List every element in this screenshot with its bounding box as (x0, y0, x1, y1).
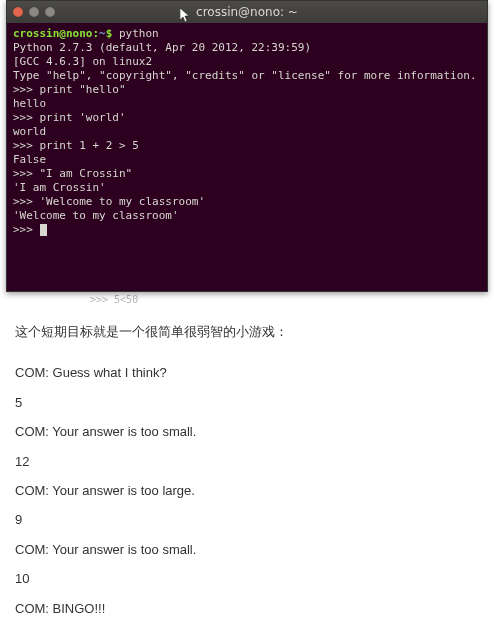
article-body: 这个短期目标就是一个很简单很弱智的小游戏： COM: Guess what I … (0, 305, 500, 623)
game-line: COM: Your answer is too large. (15, 479, 485, 502)
shell-prompt-line: crossin@nono:~$ python (13, 27, 481, 41)
repl-out: hello (13, 97, 481, 111)
repl-out: world (13, 125, 481, 139)
terminal-window: crossin@nono: ~ crossin@nono:~$ python P… (6, 0, 488, 292)
repl-line: >>> print 'world' (13, 111, 481, 125)
game-line: COM: Your answer is too small. (15, 538, 485, 561)
repl-out: 'I am Crossin' (13, 181, 481, 195)
repl-line: >>> print "hello" (13, 83, 481, 97)
cursor-icon (40, 224, 47, 236)
prompt-path: ~ (99, 27, 106, 40)
repl-out: False (13, 153, 481, 167)
shell-command: python (119, 27, 159, 40)
game-guess: 9 (15, 508, 485, 531)
terminal-body[interactable]: crossin@nono:~$ python Python 2.7.3 (def… (7, 23, 487, 291)
game-guess: 10 (15, 567, 485, 590)
game-line: COM: Your answer is too small. (15, 420, 485, 443)
repl-prompt: >>> (13, 223, 481, 237)
prompt-user: crossin@nono (13, 27, 92, 40)
repl-line: >>> print 1 + 2 > 5 (13, 139, 481, 153)
faded-text: >>> 5<50 (90, 294, 500, 305)
python-header-1: Python 2.7.3 (default, Apr 20 2012, 22:3… (13, 41, 481, 55)
game-line: COM: BINGO!!! (15, 597, 485, 620)
intro-text: 这个短期目标就是一个很简单很弱智的小游戏： (15, 320, 485, 343)
window-title-bar[interactable]: crossin@nono: ~ (7, 1, 487, 23)
game-line: COM: Guess what I think? (15, 361, 485, 384)
game-dialogue: COM: Guess what I think? 5 COM: Your ans… (15, 361, 485, 620)
game-guess: 5 (15, 391, 485, 414)
window-title: crossin@nono: ~ (7, 5, 487, 19)
game-guess: 12 (15, 450, 485, 473)
repl-line: >>> "I am Crossin" (13, 167, 481, 181)
python-header-3: Type "help", "copyright", "credits" or "… (13, 69, 481, 83)
repl-line: >>> 'Welcome to my classroom' (13, 195, 481, 209)
python-header-2: [GCC 4.6.3] on linux2 (13, 55, 481, 69)
repl-out: 'Welcome to my classroom' (13, 209, 481, 223)
